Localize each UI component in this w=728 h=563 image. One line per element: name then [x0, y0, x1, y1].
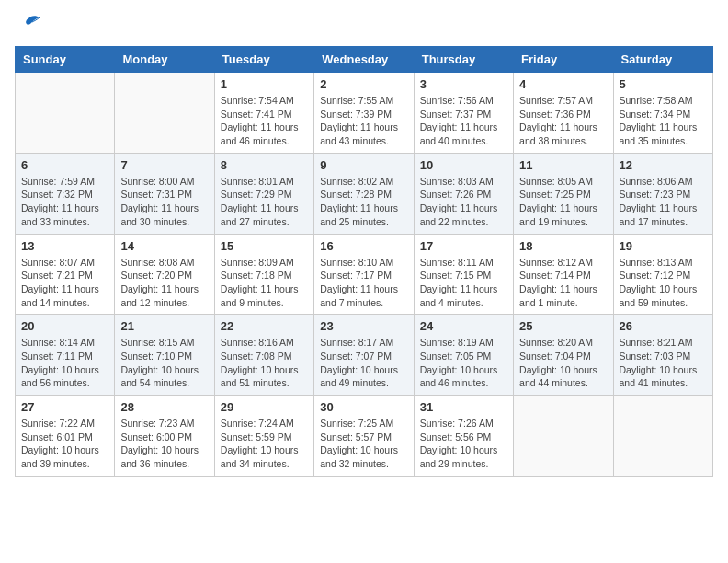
calendar-cell: 28Sunrise: 7:23 AM Sunset: 6:00 PM Dayli… [115, 396, 214, 477]
calendar-cell: 13Sunrise: 8:07 AM Sunset: 7:21 PM Dayli… [16, 234, 115, 315]
day-info: Sunrise: 7:56 AM Sunset: 7:37 PM Dayligh… [420, 94, 507, 148]
day-info: Sunrise: 8:21 AM Sunset: 7:03 PM Dayligh… [620, 336, 707, 390]
day-number: 31 [420, 400, 507, 414]
day-number: 15 [221, 239, 308, 253]
day-number: 10 [420, 158, 507, 172]
day-number: 17 [420, 239, 507, 253]
day-number: 29 [221, 400, 308, 414]
day-number: 24 [420, 319, 507, 333]
day-info: Sunrise: 8:01 AM Sunset: 7:29 PM Dayligh… [221, 175, 308, 229]
day-number: 23 [320, 319, 407, 333]
day-number: 8 [221, 158, 308, 172]
day-number: 28 [120, 400, 208, 414]
day-info: Sunrise: 7:26 AM Sunset: 5:56 PM Dayligh… [420, 417, 507, 471]
day-info: Sunrise: 7:55 AM Sunset: 7:39 PM Dayligh… [320, 94, 407, 148]
day-info: Sunrise: 8:07 AM Sunset: 7:21 PM Dayligh… [21, 256, 108, 310]
day-info: Sunrise: 8:12 AM Sunset: 7:14 PM Dayligh… [519, 256, 607, 310]
calendar-table: SundayMondayTuesdayWednesdayThursdayFrid… [15, 46, 713, 477]
logo-bird-icon [16, 15, 41, 35]
calendar-cell: 19Sunrise: 8:13 AM Sunset: 7:12 PM Dayli… [613, 234, 712, 315]
calendar-cell: 5Sunrise: 7:58 AM Sunset: 7:34 PM Daylig… [613, 73, 712, 154]
day-info: Sunrise: 8:05 AM Sunset: 7:25 PM Dayligh… [519, 175, 607, 229]
day-info: Sunrise: 8:02 AM Sunset: 7:28 PM Dayligh… [320, 175, 407, 229]
day-info: Sunrise: 8:19 AM Sunset: 7:05 PM Dayligh… [420, 336, 507, 390]
calendar-cell: 8Sunrise: 8:01 AM Sunset: 7:29 PM Daylig… [214, 153, 313, 234]
page-header [15, 15, 713, 35]
weekday-header-sunday: Sunday [16, 47, 115, 73]
day-info: Sunrise: 8:16 AM Sunset: 7:08 PM Dayligh… [221, 336, 308, 390]
day-info: Sunrise: 7:25 AM Sunset: 5:57 PM Dayligh… [320, 417, 407, 471]
calendar-cell: 17Sunrise: 8:11 AM Sunset: 7:15 PM Dayli… [414, 234, 513, 315]
day-number: 27 [21, 400, 108, 414]
day-number: 22 [221, 319, 308, 333]
day-number: 11 [519, 158, 607, 172]
weekday-header-wednesday: Wednesday [314, 47, 414, 73]
day-number: 6 [21, 158, 108, 172]
calendar-cell: 18Sunrise: 8:12 AM Sunset: 7:14 PM Dayli… [514, 234, 613, 315]
calendar-cell [16, 73, 115, 154]
day-number: 16 [320, 239, 407, 253]
calendar-cell [514, 396, 613, 477]
day-number: 21 [120, 319, 208, 333]
calendar-cell: 9Sunrise: 8:02 AM Sunset: 7:28 PM Daylig… [314, 153, 414, 234]
day-info: Sunrise: 7:59 AM Sunset: 7:32 PM Dayligh… [21, 175, 108, 229]
weekday-header-friday: Friday [514, 47, 613, 73]
calendar-cell: 20Sunrise: 8:14 AM Sunset: 7:11 PM Dayli… [16, 315, 115, 396]
weekday-header-saturday: Saturday [613, 47, 712, 73]
calendar-cell: 16Sunrise: 8:10 AM Sunset: 7:17 PM Dayli… [314, 234, 414, 315]
day-number: 14 [120, 239, 208, 253]
day-info: Sunrise: 8:13 AM Sunset: 7:12 PM Dayligh… [620, 256, 707, 310]
day-info: Sunrise: 8:17 AM Sunset: 7:07 PM Dayligh… [320, 336, 407, 390]
day-number: 7 [120, 158, 208, 172]
calendar-cell: 2Sunrise: 7:55 AM Sunset: 7:39 PM Daylig… [314, 73, 414, 154]
day-info: Sunrise: 8:20 AM Sunset: 7:04 PM Dayligh… [519, 336, 607, 390]
day-info: Sunrise: 8:14 AM Sunset: 7:11 PM Dayligh… [21, 336, 108, 390]
day-number: 4 [519, 77, 607, 91]
logo [15, 15, 46, 35]
calendar-week-3: 13Sunrise: 8:07 AM Sunset: 7:21 PM Dayli… [16, 234, 713, 315]
weekday-header-monday: Monday [115, 47, 214, 73]
day-number: 18 [519, 239, 607, 253]
calendar-cell: 25Sunrise: 8:20 AM Sunset: 7:04 PM Dayli… [514, 315, 613, 396]
day-info: Sunrise: 7:24 AM Sunset: 5:59 PM Dayligh… [221, 417, 308, 471]
calendar-cell: 24Sunrise: 8:19 AM Sunset: 7:05 PM Dayli… [414, 315, 513, 396]
calendar-cell: 3Sunrise: 7:56 AM Sunset: 7:37 PM Daylig… [414, 73, 513, 154]
day-number: 25 [519, 319, 607, 333]
calendar-cell: 26Sunrise: 8:21 AM Sunset: 7:03 PM Dayli… [613, 315, 712, 396]
calendar-cell: 29Sunrise: 7:24 AM Sunset: 5:59 PM Dayli… [214, 396, 313, 477]
day-number: 19 [620, 239, 707, 253]
day-info: Sunrise: 8:09 AM Sunset: 7:18 PM Dayligh… [221, 256, 308, 310]
calendar-header-row: SundayMondayTuesdayWednesdayThursdayFrid… [16, 47, 713, 73]
day-info: Sunrise: 8:06 AM Sunset: 7:23 PM Dayligh… [620, 175, 707, 229]
day-info: Sunrise: 7:23 AM Sunset: 6:00 PM Dayligh… [120, 417, 208, 471]
weekday-header-thursday: Thursday [414, 47, 513, 73]
day-info: Sunrise: 8:00 AM Sunset: 7:31 PM Dayligh… [120, 175, 208, 229]
calendar-week-4: 20Sunrise: 8:14 AM Sunset: 7:11 PM Dayli… [16, 315, 713, 396]
calendar-cell: 15Sunrise: 8:09 AM Sunset: 7:18 PM Dayli… [214, 234, 313, 315]
calendar-cell: 4Sunrise: 7:57 AM Sunset: 7:36 PM Daylig… [514, 73, 613, 154]
day-info: Sunrise: 8:11 AM Sunset: 7:15 PM Dayligh… [420, 256, 507, 310]
day-number: 1 [221, 77, 308, 91]
calendar-cell: 1Sunrise: 7:54 AM Sunset: 7:41 PM Daylig… [214, 73, 313, 154]
weekday-header-tuesday: Tuesday [214, 47, 313, 73]
calendar-cell: 6Sunrise: 7:59 AM Sunset: 7:32 PM Daylig… [16, 153, 115, 234]
day-number: 13 [21, 239, 108, 253]
calendar-cell: 21Sunrise: 8:15 AM Sunset: 7:10 PM Dayli… [115, 315, 214, 396]
day-info: Sunrise: 8:08 AM Sunset: 7:20 PM Dayligh… [120, 256, 208, 310]
day-info: Sunrise: 8:15 AM Sunset: 7:10 PM Dayligh… [120, 336, 208, 390]
day-info: Sunrise: 7:57 AM Sunset: 7:36 PM Dayligh… [519, 94, 607, 148]
calendar-week-2: 6Sunrise: 7:59 AM Sunset: 7:32 PM Daylig… [16, 153, 713, 234]
calendar-cell: 11Sunrise: 8:05 AM Sunset: 7:25 PM Dayli… [514, 153, 613, 234]
day-info: Sunrise: 8:10 AM Sunset: 7:17 PM Dayligh… [320, 256, 407, 310]
calendar-cell: 22Sunrise: 8:16 AM Sunset: 7:08 PM Dayli… [214, 315, 313, 396]
day-number: 30 [320, 400, 407, 414]
calendar-cell [613, 396, 712, 477]
calendar-cell: 30Sunrise: 7:25 AM Sunset: 5:57 PM Dayli… [314, 396, 414, 477]
day-number: 2 [320, 77, 407, 91]
calendar-cell: 27Sunrise: 7:22 AM Sunset: 6:01 PM Dayli… [16, 396, 115, 477]
day-number: 20 [21, 319, 108, 333]
day-number: 12 [620, 158, 707, 172]
calendar-week-1: 1Sunrise: 7:54 AM Sunset: 7:41 PM Daylig… [16, 73, 713, 154]
day-info: Sunrise: 7:58 AM Sunset: 7:34 PM Dayligh… [620, 94, 707, 148]
calendar-cell [115, 73, 214, 154]
